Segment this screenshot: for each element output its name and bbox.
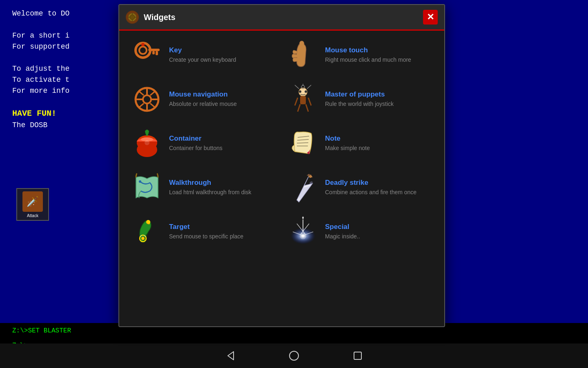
widget-mouse-touch-desc: Right mouse click and much more <box>325 56 433 64</box>
attack-icon: 🗡️ <box>22 191 43 212</box>
key-icon <box>131 39 163 72</box>
widget-note-desc: Make simple note <box>325 144 433 153</box>
svg-point-38 <box>145 140 149 145</box>
widget-grid: Key Create your own keyboard Mouse touch… <box>119 31 444 256</box>
widget-mouse-touch-title: Mouse touch <box>325 46 433 54</box>
svg-line-26 <box>295 98 298 105</box>
svg-point-11 <box>141 43 145 46</box>
svg-point-43 <box>139 180 141 183</box>
dialog-header-icon <box>126 11 139 24</box>
svg-line-24 <box>307 85 311 89</box>
home-button[interactable] <box>287 348 301 363</box>
dialog-header: Widgets ✕ <box>119 5 444 31</box>
svg-line-41 <box>297 143 308 143</box>
note-icon <box>287 127 319 160</box>
svg-point-47 <box>142 238 144 239</box>
widget-item-walkthrough[interactable]: Walkthrough Load html walkthrough from d… <box>127 167 280 208</box>
widget-item-mouse-navigation[interactable]: Mouse navigation Absolute or relative mo… <box>127 79 280 120</box>
widget-container-info: Container Container for buttons <box>169 135 277 153</box>
widget-item-container[interactable]: Container Container for buttons <box>127 123 280 164</box>
widget-note-title: Note <box>325 135 433 143</box>
widget-item-mouse-touch[interactable]: Mouse touch Right mouse click and much m… <box>283 35 436 76</box>
widget-mouse-navigation-info: Mouse navigation Absolute or relative mo… <box>169 90 277 108</box>
widget-key-desc: Create your own keyboard <box>169 56 277 64</box>
widget-item-special[interactable]: Special Magic inside.. <box>283 211 436 252</box>
recent-icon <box>352 350 363 361</box>
svg-rect-25 <box>300 96 306 104</box>
svg-point-13 <box>143 95 151 103</box>
widget-container-title: Container <box>169 135 277 143</box>
mouse-touch-icon <box>287 39 319 72</box>
svg-rect-59 <box>354 352 361 359</box>
mouse-navigation-icon <box>131 83 163 116</box>
svg-line-29 <box>306 104 308 112</box>
svg-point-58 <box>290 351 298 360</box>
widget-deadly-strike-title: Deadly strike <box>325 179 433 187</box>
widget-special-info: Special Magic inside.. <box>325 223 433 241</box>
widget-target-title: Target <box>169 223 277 231</box>
svg-line-19 <box>150 91 155 95</box>
svg-line-18 <box>139 91 144 95</box>
svg-rect-10 <box>152 51 155 54</box>
widget-master-of-puppets-desc: Rule the world with joystick <box>325 100 433 108</box>
widget-walkthrough-info: Walkthrough Load html walkthrough from d… <box>169 179 277 197</box>
home-icon <box>288 350 300 361</box>
container-icon <box>131 127 163 160</box>
widget-item-master-of-puppets[interactable]: Master of puppets Rule the world with jo… <box>283 79 436 120</box>
svg-point-7 <box>139 47 147 54</box>
terminal-line: Z:\>SET BLASTER <box>12 327 576 334</box>
widget-special-desc: Magic inside.. <box>325 233 433 241</box>
svg-point-31 <box>305 90 307 93</box>
recent-button[interactable] <box>350 348 365 363</box>
widget-special-title: Special <box>325 223 433 231</box>
widget-item-target[interactable]: Target Send mouse to specific place <box>127 211 280 252</box>
android-nav-bar <box>0 343 588 368</box>
attack-label: Attack <box>27 213 38 218</box>
walkthrough-icon <box>131 171 163 204</box>
widget-walkthrough-desc: Load html walkthrough from disk <box>169 188 277 197</box>
target-icon <box>131 215 163 248</box>
widgets-dialog: Widgets ✕ Key Create your own keyboard <box>118 4 445 327</box>
svg-rect-9 <box>156 51 158 55</box>
svg-marker-57 <box>228 352 234 360</box>
widget-deadly-strike-info: Deadly strike Combine actions and fire t… <box>325 179 433 197</box>
svg-line-20 <box>139 103 144 108</box>
widget-deadly-strike-desc: Combine actions and fire them once <box>325 188 433 197</box>
svg-point-30 <box>299 90 301 93</box>
dialog-title: Widgets <box>144 13 418 22</box>
back-icon <box>225 350 236 361</box>
svg-point-1 <box>130 15 135 20</box>
master-of-puppets-icon <box>287 83 319 116</box>
widget-container-desc: Container for buttons <box>169 144 277 153</box>
svg-line-21 <box>150 103 155 108</box>
widgets-icon <box>127 12 137 22</box>
special-icon <box>287 215 319 248</box>
deadly-strike-icon <box>287 171 319 204</box>
widget-walkthrough-title: Walkthrough <box>169 179 277 187</box>
widget-key-title: Key <box>169 46 277 54</box>
svg-line-27 <box>308 98 311 105</box>
widget-master-of-puppets-info: Master of puppets Rule the world with jo… <box>325 90 433 108</box>
widget-mouse-touch-info: Mouse touch Right mouse click and much m… <box>325 46 433 64</box>
widget-mouse-navigation-title: Mouse navigation <box>169 90 277 99</box>
terminal-line <box>12 334 576 342</box>
svg-line-28 <box>298 104 300 112</box>
widget-item-deadly-strike[interactable]: Deadly strike Combine actions and fire t… <box>283 167 436 208</box>
svg-rect-8 <box>148 49 160 51</box>
svg-line-23 <box>295 85 299 89</box>
widget-key-info: Key Create your own keyboard <box>169 46 277 64</box>
widget-item-key[interactable]: Key Create your own keyboard <box>127 35 280 76</box>
attack-button[interactable]: 🗡️ Attack <box>16 188 49 221</box>
widget-target-info: Target Send mouse to specific place <box>169 223 277 241</box>
dialog-close-button[interactable]: ✕ <box>423 10 438 25</box>
svg-point-56 <box>301 234 305 238</box>
widget-master-of-puppets-title: Master of puppets <box>325 90 433 99</box>
widget-mouse-navigation-desc: Absolute or relative mouse <box>169 100 277 108</box>
widget-note-info: Note Make simple note <box>325 135 433 153</box>
widget-item-note[interactable]: Note Make simple note <box>283 123 436 164</box>
widget-target-desc: Send mouse to specific place <box>169 233 277 241</box>
back-button[interactable] <box>223 348 238 363</box>
